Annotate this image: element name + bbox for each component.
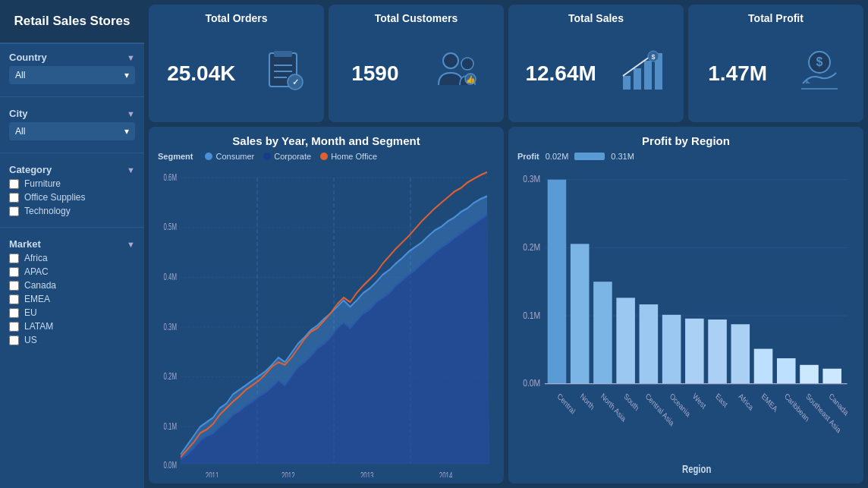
market-filter: Market ▼ Africa APAC Canada EMEA EU LATA… bbox=[0, 231, 144, 353]
consumer-dot bbox=[205, 153, 212, 160]
market-canada[interactable]: Canada bbox=[9, 280, 135, 291]
svg-text:West: West bbox=[691, 391, 707, 411]
total-customers-title: Total Customers bbox=[375, 12, 458, 24]
homeoffice-dot bbox=[320, 153, 328, 160]
country-filter: Country ▼ All ▾ bbox=[0, 44, 144, 93]
market-emea[interactable]: EMEA bbox=[9, 294, 135, 304]
eu-checkbox[interactable] bbox=[9, 308, 19, 318]
kpi-total-orders: Total Orders 25.04K ✓ bbox=[149, 5, 324, 122]
kpi-total-profit: Total Profit 1.47M $ bbox=[688, 5, 863, 122]
bar-central bbox=[548, 180, 567, 384]
country-dropdown[interactable]: All ▾ bbox=[9, 66, 135, 84]
technology-checkbox[interactable] bbox=[9, 206, 19, 216]
sales-chart-card: Sales by Year, Month and Segment Segment… bbox=[149, 127, 504, 483]
consumer-label: Consumer bbox=[215, 152, 254, 161]
bar-emea bbox=[754, 349, 773, 384]
svg-text:0.6M: 0.6M bbox=[164, 172, 177, 183]
city-dropdown[interactable]: All ▾ bbox=[9, 122, 135, 140]
svg-rect-12 bbox=[634, 68, 641, 90]
bar-oceania bbox=[662, 315, 681, 384]
country-chevron-icon: ▼ bbox=[127, 53, 135, 62]
profit-legend: Profit 0.02M 0.31M bbox=[517, 152, 854, 161]
market-africa[interactable]: Africa bbox=[9, 253, 135, 263]
sales-line-chart: 0.6M 0.5M 0.4M 0.3M 0.2M 0.1M 0.0M bbox=[158, 164, 495, 477]
technology-label: Technology bbox=[24, 206, 71, 216]
svg-text:2014: 2014 bbox=[439, 470, 453, 477]
city-chevron-icon: ▼ bbox=[127, 109, 135, 118]
svg-text:0.3M: 0.3M bbox=[523, 173, 540, 185]
bar-east bbox=[708, 320, 727, 384]
bar-africa bbox=[731, 324, 750, 383]
latam-checkbox[interactable] bbox=[9, 322, 19, 332]
africa-label: Africa bbox=[24, 253, 48, 263]
furniture-checkbox[interactable] bbox=[9, 179, 19, 189]
svg-point-7 bbox=[443, 53, 458, 68]
svg-text:0.0M: 0.0M bbox=[164, 459, 177, 471]
total-profit-title: Total Profit bbox=[748, 12, 804, 24]
market-us[interactable]: US bbox=[9, 335, 135, 345]
bar-southeast-asia bbox=[800, 365, 819, 384]
total-orders-value: 25.04K bbox=[167, 61, 235, 86]
corporate-legend: Corporate bbox=[263, 152, 311, 161]
consumer-legend: Consumer bbox=[205, 152, 254, 161]
sales-icon: $ bbox=[618, 47, 667, 100]
profit-min: 0.02M bbox=[546, 152, 569, 161]
apac-checkbox[interactable] bbox=[9, 267, 19, 277]
customers-icon: 👍 bbox=[432, 47, 481, 100]
svg-text:South: South bbox=[623, 391, 640, 412]
city-label: City bbox=[9, 108, 28, 119]
canada-checkbox[interactable] bbox=[9, 281, 19, 291]
svg-rect-1 bbox=[274, 51, 292, 57]
category-filter: Category ▼ Furniture Office Supplies Tec… bbox=[0, 156, 144, 224]
svg-text:2012: 2012 bbox=[281, 470, 295, 477]
eu-label: EU bbox=[24, 307, 37, 318]
emea-checkbox[interactable] bbox=[9, 294, 19, 304]
app-title: Retail Sales Stores bbox=[0, 0, 144, 44]
profit-icon: $ bbox=[795, 47, 844, 100]
market-apac[interactable]: APAC bbox=[9, 266, 135, 277]
africa-checkbox[interactable] bbox=[9, 253, 19, 263]
market-latam[interactable]: LATAM bbox=[9, 321, 135, 332]
svg-text:0.5M: 0.5M bbox=[164, 221, 177, 232]
category-office-supplies[interactable]: Office Supplies bbox=[9, 192, 135, 203]
office-supplies-checkbox[interactable] bbox=[9, 193, 19, 203]
category-technology[interactable]: Technology bbox=[9, 206, 135, 216]
svg-text:0.2M: 0.2M bbox=[523, 241, 540, 253]
svg-text:Region: Region bbox=[682, 462, 711, 475]
segment-legend-label: Segment bbox=[158, 152, 193, 161]
market-eu[interactable]: EU bbox=[9, 307, 135, 318]
homeoffice-legend: Home Office bbox=[320, 152, 377, 161]
bar-caribbean bbox=[777, 358, 796, 384]
city-dropdown-icon: ▾ bbox=[124, 126, 129, 137]
emea-label: EMEA bbox=[24, 294, 50, 304]
svg-text:Oceania: Oceania bbox=[668, 391, 692, 419]
svg-text:Africa: Africa bbox=[737, 391, 755, 412]
profit-bar-sample bbox=[574, 153, 605, 160]
total-sales-value: 12.64M bbox=[525, 61, 596, 86]
profit-chart-card: Profit by Region Profit 0.02M 0.31M 0.3M… bbox=[508, 127, 863, 483]
orders-icon: ✓ bbox=[260, 47, 306, 100]
country-dropdown-icon: ▾ bbox=[124, 70, 129, 80]
category-chevron-icon: ▼ bbox=[127, 165, 135, 175]
market-chevron-icon: ▼ bbox=[127, 240, 135, 249]
bar-west bbox=[685, 319, 704, 384]
svg-text:Central: Central bbox=[556, 391, 577, 416]
us-checkbox[interactable] bbox=[9, 335, 19, 345]
svg-point-8 bbox=[461, 58, 473, 70]
svg-text:✓: ✓ bbox=[291, 77, 298, 87]
svg-rect-13 bbox=[644, 61, 652, 90]
profit-legend-label: Profit bbox=[517, 152, 539, 161]
category-furniture[interactable]: Furniture bbox=[9, 178, 135, 189]
total-profit-value: 1.47M bbox=[708, 61, 767, 86]
country-value: All bbox=[15, 70, 25, 80]
profit-bar-chart: 0.3M 0.2M 0.1M 0.0M bbox=[517, 165, 854, 477]
charts-row: Sales by Year, Month and Segment Segment… bbox=[149, 127, 863, 483]
homeoffice-label: Home Office bbox=[331, 152, 377, 161]
profit-chart-title: Profit by Region bbox=[517, 134, 854, 147]
svg-text:Canada: Canada bbox=[828, 391, 850, 417]
bar-central-asia bbox=[640, 304, 659, 384]
svg-text:2013: 2013 bbox=[360, 470, 374, 477]
total-customers-value: 1590 bbox=[351, 61, 398, 86]
bar-north-asia bbox=[593, 282, 612, 384]
svg-text:North Asia: North Asia bbox=[599, 391, 627, 423]
